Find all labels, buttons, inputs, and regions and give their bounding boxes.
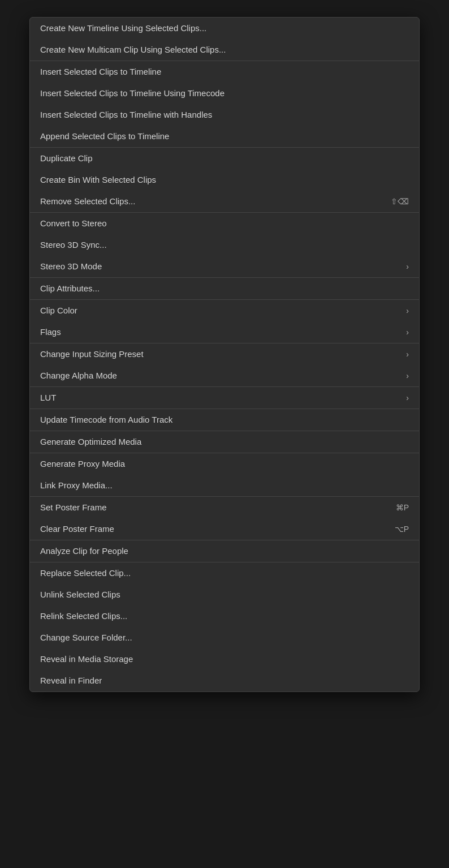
menu-item-generate-optimized-media[interactable]: Generate Optimized Media xyxy=(30,431,419,453)
menu-section-section-clip-color: Clip Color›Flags› xyxy=(30,300,419,343)
menu-item-label-insert-selected-clips: Insert Selected Clips to Timeline xyxy=(40,66,409,78)
menu-item-convert-to-stereo[interactable]: Convert to Stereo xyxy=(30,213,419,234)
menu-item-insert-selected-clips[interactable]: Insert Selected Clips to Timeline xyxy=(30,61,419,83)
menu-item-label-change-input-sizing-preset: Change Input Sizing Preset xyxy=(40,349,400,360)
menu-section-section-analyze: Analyze Clip for People xyxy=(30,540,419,562)
menu-item-label-duplicate-clip: Duplicate Clip xyxy=(40,153,409,164)
menu-item-label-change-source-folder: Change Source Folder... xyxy=(40,632,409,643)
menu-section-section-relink: Replace Selected Clip...Unlink Selected … xyxy=(30,562,419,691)
menu-item-label-replace-selected-clip: Replace Selected Clip... xyxy=(40,568,409,579)
menu-item-arrow-stereo-3d-mode: › xyxy=(406,261,409,272)
menu-section-section-bin: Duplicate ClipCreate Bin With Selected C… xyxy=(30,148,419,213)
menu-item-arrow-change-alpha-mode: › xyxy=(406,371,409,381)
menu-item-append-selected-clips[interactable]: Append Selected Clips to Timeline xyxy=(30,126,419,147)
menu-item-label-clip-color: Clip Color xyxy=(40,305,400,316)
menu-item-create-new-multicam[interactable]: Create New Multicam Clip Using Selected … xyxy=(30,39,419,61)
menu-item-label-reveal-media-storage: Reveal in Media Storage xyxy=(40,654,409,665)
menu-item-label-convert-to-stereo: Convert to Stereo xyxy=(40,218,409,229)
menu-item-unlink-selected-clips[interactable]: Unlink Selected Clips xyxy=(30,584,419,605)
menu-item-create-new-timeline[interactable]: Create New Timeline Using Selected Clips… xyxy=(30,18,419,39)
menu-section-section-sizing: Change Input Sizing Preset›Change Alpha … xyxy=(30,343,419,387)
menu-item-label-lut: LUT xyxy=(40,392,400,403)
menu-item-change-input-sizing-preset[interactable]: Change Input Sizing Preset› xyxy=(30,343,419,365)
menu-section-section-timecode: Update Timecode from Audio Track xyxy=(30,409,419,431)
menu-item-label-clear-poster-frame: Clear Poster Frame xyxy=(40,523,383,535)
menu-section-section-optimized: Generate Optimized Media xyxy=(30,431,419,453)
menu-item-clear-poster-frame[interactable]: Clear Poster Frame⌥P xyxy=(30,518,419,540)
menu-item-label-generate-optimized-media: Generate Optimized Media xyxy=(40,436,409,448)
menu-item-stereo-3d-mode[interactable]: Stereo 3D Mode› xyxy=(30,256,419,277)
menu-item-label-create-new-multicam: Create New Multicam Clip Using Selected … xyxy=(40,44,409,55)
menu-item-lut[interactable]: LUT› xyxy=(30,387,419,409)
menu-section-section-stereo: Convert to StereoStereo 3D Sync...Stereo… xyxy=(30,213,419,278)
menu-item-insert-selected-handles[interactable]: Insert Selected Clips to Timeline with H… xyxy=(30,104,419,126)
menu-item-arrow-change-input-sizing-preset: › xyxy=(406,349,409,359)
menu-item-label-insert-selected-timecode: Insert Selected Clips to Timeline Using … xyxy=(40,88,409,99)
menu-item-label-insert-selected-handles: Insert Selected Clips to Timeline with H… xyxy=(40,109,409,121)
menu-item-reveal-media-storage[interactable]: Reveal in Media Storage xyxy=(30,648,419,670)
menu-item-label-analyze-clip-people: Analyze Clip for People xyxy=(40,545,409,557)
menu-item-change-alpha-mode[interactable]: Change Alpha Mode› xyxy=(30,365,419,386)
context-menu: Create New Timeline Using Selected Clips… xyxy=(29,17,420,692)
menu-item-label-reveal-in-finder: Reveal in Finder xyxy=(40,675,409,686)
menu-item-replace-selected-clip[interactable]: Replace Selected Clip... xyxy=(30,562,419,584)
menu-section-section-poster: Set Poster Frame⌘PClear Poster Frame⌥P xyxy=(30,497,419,540)
menu-item-label-stereo-3d-mode: Stereo 3D Mode xyxy=(40,261,400,272)
menu-item-flags[interactable]: Flags› xyxy=(30,321,419,343)
menu-item-update-timecode[interactable]: Update Timecode from Audio Track xyxy=(30,409,419,431)
menu-item-shortcut-clear-poster-frame: ⌥P xyxy=(395,524,409,534)
menu-item-label-append-selected-clips: Append Selected Clips to Timeline xyxy=(40,131,409,142)
menu-item-arrow-lut: › xyxy=(406,393,409,403)
menu-item-relink-selected-clips[interactable]: Relink Selected Clips... xyxy=(30,605,419,627)
menu-item-link-proxy-media[interactable]: Link Proxy Media... xyxy=(30,475,419,496)
menu-item-stereo-3d-sync[interactable]: Stereo 3D Sync... xyxy=(30,234,419,256)
menu-item-label-change-alpha-mode: Change Alpha Mode xyxy=(40,370,400,381)
menu-item-arrow-clip-color: › xyxy=(406,306,409,316)
menu-item-label-set-poster-frame: Set Poster Frame xyxy=(40,502,385,513)
menu-item-label-clip-attributes: Clip Attributes... xyxy=(40,283,409,294)
menu-section-section-new: Create New Timeline Using Selected Clips… xyxy=(30,18,419,61)
menu-item-generate-proxy-media[interactable]: Generate Proxy Media xyxy=(30,453,419,475)
menu-item-duplicate-clip[interactable]: Duplicate Clip xyxy=(30,148,419,169)
menu-item-analyze-clip-people[interactable]: Analyze Clip for People xyxy=(30,540,419,562)
menu-item-label-unlink-selected-clips: Unlink Selected Clips xyxy=(40,589,409,600)
menu-item-arrow-flags: › xyxy=(406,327,409,337)
menu-item-label-link-proxy-media: Link Proxy Media... xyxy=(40,480,409,491)
menu-item-label-relink-selected-clips: Relink Selected Clips... xyxy=(40,611,409,622)
menu-item-label-update-timecode: Update Timecode from Audio Track xyxy=(40,414,409,426)
menu-item-shortcut-remove-selected-clips: ⇧⌫ xyxy=(391,196,409,207)
menu-item-label-create-new-timeline: Create New Timeline Using Selected Clips… xyxy=(40,23,409,34)
menu-item-label-remove-selected-clips: Remove Selected Clips... xyxy=(40,196,379,207)
menu-item-label-generate-proxy-media: Generate Proxy Media xyxy=(40,458,409,470)
menu-section-section-insert: Insert Selected Clips to TimelineInsert … xyxy=(30,61,419,148)
menu-item-clip-attributes[interactable]: Clip Attributes... xyxy=(30,278,419,299)
menu-item-shortcut-set-poster-frame: ⌘P xyxy=(396,502,409,513)
menu-item-change-source-folder[interactable]: Change Source Folder... xyxy=(30,627,419,648)
menu-item-reveal-in-finder[interactable]: Reveal in Finder xyxy=(30,670,419,691)
menu-section-section-lut: LUT› xyxy=(30,387,419,409)
menu-item-label-flags: Flags xyxy=(40,326,400,338)
menu-item-remove-selected-clips[interactable]: Remove Selected Clips...⇧⌫ xyxy=(30,191,419,212)
menu-item-create-bin-selected[interactable]: Create Bin With Selected Clips xyxy=(30,169,419,191)
menu-item-set-poster-frame[interactable]: Set Poster Frame⌘P xyxy=(30,497,419,518)
menu-item-insert-selected-timecode[interactable]: Insert Selected Clips to Timeline Using … xyxy=(30,83,419,104)
menu-section-section-proxy: Generate Proxy MediaLink Proxy Media... xyxy=(30,453,419,497)
menu-section-section-clip-attributes: Clip Attributes... xyxy=(30,278,419,300)
menu-item-clip-color[interactable]: Clip Color› xyxy=(30,300,419,321)
menu-item-label-create-bin-selected: Create Bin With Selected Clips xyxy=(40,174,409,186)
menu-item-label-stereo-3d-sync: Stereo 3D Sync... xyxy=(40,239,409,251)
